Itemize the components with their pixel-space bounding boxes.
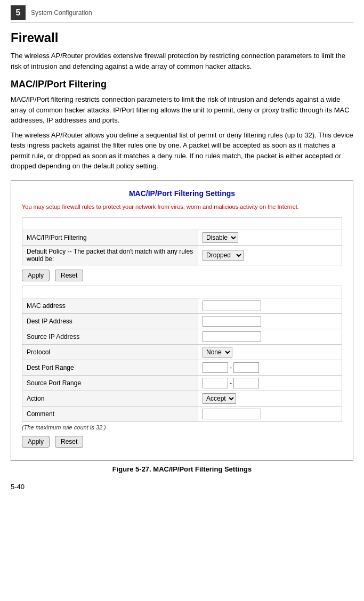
- source-port-cell: -: [198, 375, 342, 391]
- figure-caption: Figure 5-27. MAC/IP/Port Filtering Setti…: [11, 465, 353, 473]
- chapter-header: 5 System Configuration: [11, 5, 353, 23]
- action-cell: Accept Drop: [198, 391, 342, 406]
- dest-port-start-input[interactable]: [203, 362, 228, 373]
- dest-ip-cell: [198, 313, 342, 329]
- comment-input[interactable]: [203, 409, 261, 419]
- mac-desc-2: The wireless AP/Router allows you define…: [11, 130, 353, 172]
- basic-apply-button[interactable]: Apply: [22, 270, 50, 281]
- filter-settings-header: MAC/IP/Port Filter Settings: [22, 286, 342, 298]
- page-title: Firewall: [11, 30, 353, 45]
- source-port-range: -: [203, 378, 337, 388]
- source-ip-input[interactable]: [203, 331, 261, 342]
- dest-port-dash: -: [230, 364, 232, 371]
- info-text: You may setup firewall rules to protect …: [22, 203, 342, 211]
- protocol-cell: None TCP UDP ICMP: [198, 344, 342, 360]
- comment-cell: [198, 406, 342, 421]
- dest-port-end-input[interactable]: [233, 362, 259, 373]
- default-policy-label: Default Policy -- The packet that don't …: [22, 245, 198, 265]
- figure-box: MAC/IP/Port Filtering Settings You may s…: [11, 180, 353, 461]
- protocol-select[interactable]: None TCP UDP ICMP: [203, 347, 232, 358]
- chapter-label: System Configuration: [31, 9, 92, 17]
- max-rule-note: (The maximum rule count is 32.): [22, 422, 342, 432]
- basic-settings-table: Basic Settings MAC/IP/Port Filtering Dis…: [22, 217, 342, 265]
- default-policy-select[interactable]: Dropped Accepted: [203, 250, 244, 261]
- dest-port-cell: -: [198, 360, 342, 375]
- source-port-dash: -: [230, 379, 232, 387]
- mac-filtering-select[interactable]: Disable Enable: [203, 232, 238, 243]
- mac-address-cell: [198, 298, 342, 313]
- comment-label: Comment: [22, 406, 198, 421]
- protocol-label: Protocol: [22, 344, 198, 360]
- filter-reset-button[interactable]: Reset: [55, 436, 83, 448]
- mac-filtering-cell: Disable Enable: [198, 230, 342, 245]
- default-policy-cell: Dropped Accepted: [198, 245, 342, 265]
- figure-title: MAC/IP/Port Filtering Settings: [22, 189, 342, 198]
- dest-port-range: -: [203, 362, 337, 373]
- source-port-start-input[interactable]: [203, 378, 228, 388]
- mac-desc-1: MAC/IP/Port filtering restricts connecti…: [11, 94, 353, 126]
- action-label: Action: [22, 391, 198, 406]
- dest-port-label: Dest Port Range: [22, 360, 198, 375]
- filter-button-row: Apply Reset: [22, 432, 342, 452]
- basic-button-row: Apply Reset: [22, 265, 342, 286]
- source-ip-label: Source IP Address: [22, 329, 198, 344]
- source-port-label: Source Port Range: [22, 375, 198, 391]
- chapter-number: 5: [11, 5, 26, 20]
- dest-ip-input[interactable]: [203, 316, 261, 327]
- source-port-end-input[interactable]: [233, 378, 259, 388]
- mac-filtering-label: MAC/IP/Port Filtering: [22, 230, 198, 245]
- intro-text: The wireless AP/Router provides extensiv…: [11, 51, 353, 71]
- filter-apply-button[interactable]: Apply: [22, 436, 50, 448]
- mac-section-title: MAC/IP/Port Filtering: [11, 79, 353, 90]
- mac-address-input[interactable]: [203, 300, 261, 311]
- source-ip-cell: [198, 329, 342, 344]
- mac-address-label: MAC address: [22, 298, 198, 313]
- dest-ip-label: Dest IP Address: [22, 313, 198, 329]
- basic-settings-header: Basic Settings: [22, 217, 342, 230]
- action-select[interactable]: Accept Drop: [203, 393, 236, 404]
- page-number: 5-40: [11, 483, 353, 491]
- basic-reset-button[interactable]: Reset: [55, 270, 83, 281]
- filter-settings-table: MAC/IP/Port Filter Settings MAC address …: [22, 286, 342, 422]
